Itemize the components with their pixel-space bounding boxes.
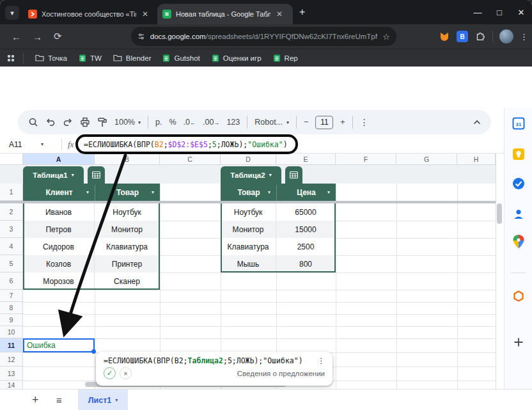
font-size-input[interactable]: 11 [315,116,333,129]
table1-cell[interactable]: Сидоров [23,238,95,255]
toolbar-more-icon[interactable]: ⋮ [360,117,369,127]
table2-name-tab[interactable]: Таблица2▾ [221,166,281,184]
undo-icon[interactable] [45,117,56,127]
bookmark-item[interactable]: Оценки игр [212,54,262,62]
browser-tab-1[interactable]: Хостинговое сообщество «Tim ✕ [23,4,155,24]
paint-format-icon[interactable] [97,117,107,127]
more-formats-button[interactable]: 123 [226,118,240,127]
increase-decimal-button[interactable]: .00→ [203,118,219,127]
apps-grid-icon[interactable] [8,55,14,61]
decrease-font-size-button[interactable]: − [304,118,308,127]
dismiss-suggestion-button[interactable]: × [120,367,132,379]
table2-cell[interactable]: 2500 [276,238,336,255]
table1-cell[interactable]: Клавиатура [95,238,160,255]
chevron-down-icon[interactable]: ▾ [268,189,270,195]
vertical-scrollbar[interactable] [496,154,504,389]
table2-cell[interactable]: Ноутбук [221,203,276,221]
bookmark-item[interactable]: Gutshot [162,54,199,62]
row-header-2[interactable]: 2 [0,203,23,221]
column-header-b[interactable]: B [95,154,160,165]
table2-header-1[interactable]: Товар▾ [221,184,276,201]
bookmark-star-icon[interactable]: ☆ [382,32,390,42]
table2-cell[interactable]: Мышь [221,255,276,272]
fox-extension-icon[interactable] [439,31,450,42]
keep-icon[interactable] [512,147,526,161]
table2-header-2[interactable]: Цена▾ [276,184,336,201]
row-header-12[interactable]: 12 [0,352,23,367]
calendar-icon[interactable]: 31 [512,116,526,130]
table1-cell[interactable]: Сканер [95,272,160,290]
print-icon[interactable] [80,117,90,127]
spreadsheet-grid[interactable]: ABCDEFGH1234567891011121314Таблица1▾Клие… [0,154,504,389]
table1-cell[interactable]: Ноутбук [95,203,160,221]
new-tab-button[interactable]: + [299,6,305,18]
column-header-d[interactable]: D [221,154,276,165]
bookmark-item[interactable]: Blender [113,54,152,62]
table1-cell[interactable]: Монитор [95,221,160,238]
formula-input-highlighted[interactable]: =ЕСЛИОШИБКА(ВПР(B2;$D$2:$E$5;5;ЛОЖЬ);"Ош… [75,134,298,154]
row-header-3[interactable]: 3 [0,221,23,238]
window-maximize-button[interactable]: □ [489,0,510,24]
table1-cell[interactable]: Иванов [23,203,95,221]
browser-tab-2[interactable]: Новая таблица - Google Табли ✕ [157,4,293,24]
collapse-toolbar-icon[interactable] [473,120,481,125]
fill-handle[interactable] [91,349,96,354]
suggestion-more-icon[interactable]: ⋮ [318,356,325,365]
tasks-icon[interactable] [512,177,526,191]
table2-cell[interactable]: Монитор [221,221,276,238]
table2-menu-button[interactable] [285,166,302,184]
table2-cell[interactable]: Клавиатура [221,238,276,255]
reload-icon[interactable]: ⟳ [54,31,62,42]
row-header-11[interactable]: 11 [0,338,23,352]
selected-cell-a11[interactable]: Ошибка [23,338,95,352]
suggestion-hint-link[interactable]: Сведения о предложении [237,370,325,377]
accept-suggestion-button[interactable]: ✓ [104,367,116,379]
tab-close-icon[interactable]: ✕ [141,10,150,19]
column-header-f[interactable]: F [336,154,396,165]
sheet-tab-active[interactable]: Лист1▾ [78,390,128,410]
tab-search-button[interactable]: ▾ [5,6,19,20]
table1-name-tab[interactable]: Таблица1▾ [23,166,84,184]
add-icon[interactable] [512,335,526,349]
chevron-down-icon[interactable]: ▾ [86,189,89,195]
search-icon[interactable] [28,117,38,127]
chrome-menu-icon[interactable]: ⋮ [520,32,528,42]
forward-icon[interactable]: → [33,31,42,42]
bookmark-item[interactable]: TW [79,54,102,62]
row-header-4[interactable]: 4 [0,238,23,255]
table1-cell[interactable]: Морозов [23,272,95,290]
contacts-icon[interactable] [512,207,526,221]
font-select[interactable]: Robot...▾ [254,118,289,127]
vertical-scrollbar-thumb[interactable] [497,203,502,224]
table1-cell[interactable]: Принтер [95,255,160,272]
table1-header-1[interactable]: Клиент▾ [23,184,95,201]
row-header-5[interactable]: 5 [0,255,23,272]
table1-header-2[interactable]: Товар▾ [95,184,160,201]
addon-icon[interactable] [512,289,526,303]
all-sheets-icon[interactable]: ≡ [56,390,62,410]
chevron-down-icon[interactable]: ▾ [152,189,154,195]
tab-close-icon[interactable]: ✕ [275,10,284,19]
currency-format-button[interactable]: р. [155,118,162,127]
column-header-e[interactable]: E [276,154,336,165]
table1-menu-button[interactable] [88,166,105,184]
increase-font-size-button[interactable]: + [340,118,345,127]
blue-extension-icon[interactable]: B [457,31,468,42]
profile-avatar[interactable] [499,29,513,43]
row-header-8[interactable]: 8 [0,302,23,314]
decrease-decimal-button[interactable]: .0← [184,118,196,127]
extensions-puzzle-icon[interactable] [474,31,486,42]
row-header-9[interactable]: 9 [0,314,23,326]
zoom-select[interactable]: 100%▾ [114,118,141,127]
row-header-1[interactable]: 1 [0,184,23,201]
name-box[interactable]: A11 [9,140,18,149]
name-box-caret-icon[interactable]: ▾ [41,141,43,147]
percent-format-button[interactable]: % [169,118,176,127]
table1-cell[interactable]: Козлов [23,255,95,272]
add-sheet-icon[interactable]: + [32,390,39,410]
table2-cell[interactable]: 15000 [276,221,336,238]
back-icon[interactable]: ← [12,31,21,42]
column-header-c[interactable]: C [160,154,221,165]
column-header-h[interactable]: H [457,154,496,165]
row-header-14[interactable]: 14 [0,381,23,389]
